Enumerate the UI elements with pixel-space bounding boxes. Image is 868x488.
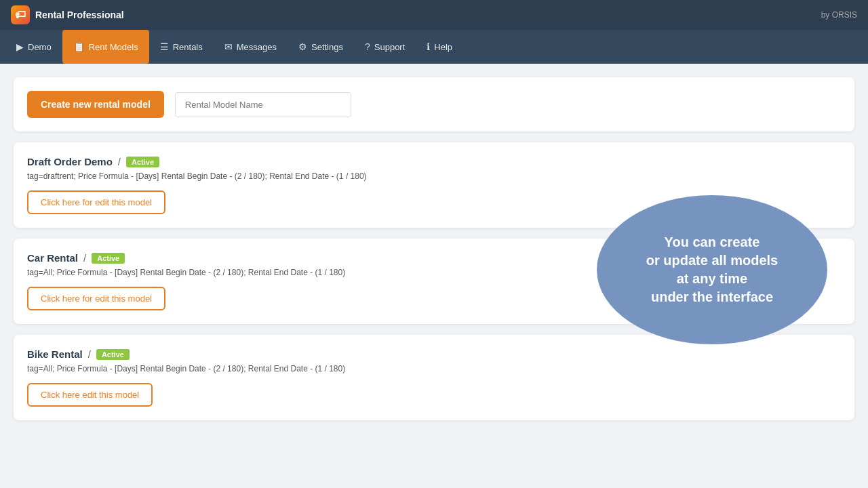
model-card-car-rental: Car Rental / Active tag=All; Price Formu… [14,239,854,324]
info-bubble: You can createor update all modelsat any… [597,195,827,344]
main-nav: ▶ Demo 📋 Rent Models ☰ Rentals ✉ Message… [0,30,868,64]
rent-models-icon: 📋 [73,41,85,52]
nav-label-rentals: Rentals [173,42,203,52]
model-name: Bike Rental [27,348,83,360]
support-icon: ? [365,41,370,52]
nav-item-settings[interactable]: ⚙ Settings [288,30,354,64]
nav-label-support: Support [374,42,406,52]
model-header: Bike Rental / Active [27,348,841,360]
nav-label-rent-models: Rent Models [89,42,138,52]
model-header: Draft Order Demo / Active [27,156,841,167]
nav-label-settings: Settings [311,42,343,52]
nav-item-demo[interactable]: ▶ Demo [5,30,62,64]
nav-item-messages[interactable]: ✉ Messages [214,30,288,64]
model-name: Car Rental [27,252,78,264]
nav-label-help: Help [434,42,452,52]
main-content: Create new rental model Draft Order Demo… [0,64,868,434]
separator: / [83,252,86,264]
nav-item-help[interactable]: ℹ Help [416,30,463,64]
edit-model-button[interactable]: Click here edit this model [27,383,153,407]
rentals-icon: ☰ [160,41,169,52]
model-card-bike-rental: Bike Rental / Active tag=All; Price Form… [14,335,854,420]
status-badge: Active [92,253,125,264]
bubble-text: You can createor update all modelsat any… [646,233,778,306]
messages-icon: ✉ [224,41,233,52]
brand: 🏷 Rental Professional [11,5,124,24]
nav-label-demo: Demo [28,42,52,52]
separator: / [118,156,121,167]
status-badge: Active [126,157,159,167]
brand-icon-glyph: 🏷 [15,9,26,21]
nav-label-messages: Messages [237,42,277,52]
nav-item-support[interactable]: ? Support [354,30,416,64]
model-description: tag=All; Price Formula - [Days] Rental B… [27,364,841,373]
help-icon: ℹ [427,41,430,52]
settings-icon: ⚙ [298,41,307,52]
status-badge: Active [96,349,130,360]
edit-model-button[interactable]: Click here for edit this model [27,190,165,214]
nav-item-rent-models[interactable]: 📋 Rent Models [62,30,149,64]
demo-icon: ▶ [16,41,24,52]
brand-icon: 🏷 [11,5,30,24]
create-rental-model-button[interactable]: Create new rental model [27,91,164,118]
create-card: Create new rental model [14,77,854,131]
model-name: Draft Order Demo [27,156,113,167]
model-name-input[interactable] [175,92,351,117]
topbar: 🏷 Rental Professional by ORSIS [0,0,868,30]
separator: / [88,348,91,360]
nav-item-rentals[interactable]: ☰ Rentals [149,30,214,64]
brand-name: Rental Professional [35,9,124,20]
model-description: tag=draftrent; Price Formula - [Days] Re… [27,171,841,181]
edit-model-button[interactable]: Click here for edit this model [27,287,165,310]
by-label: by ORSIS [821,10,857,20]
